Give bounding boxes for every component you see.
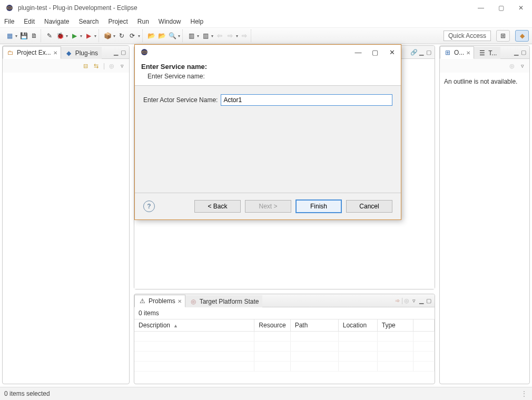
- next-button: Next >: [245, 200, 291, 213]
- help-icon[interactable]: ?: [143, 201, 155, 212]
- service-name-input[interactable]: [221, 94, 392, 106]
- dialog-titlebar[interactable]: — ▢ ✕: [135, 45, 401, 59]
- svg-point-2: [141, 49, 147, 55]
- service-name-label: Enter Actor Service Name:: [143, 96, 218, 104]
- wizard-dialog: — ▢ ✕ Enter Service name: Enter Service …: [134, 44, 401, 220]
- dialog-maximize-icon[interactable]: ▢: [371, 48, 379, 56]
- cancel-button[interactable]: Cancel: [346, 200, 392, 213]
- eclipse-icon: [140, 48, 149, 56]
- dialog-subheading: Enter Service name:: [147, 73, 395, 80]
- dialog-minimize-icon[interactable]: —: [354, 48, 362, 56]
- dialog-banner: Enter Service name: Enter Service name:: [135, 59, 401, 86]
- back-button[interactable]: < Back: [194, 200, 241, 213]
- finish-button[interactable]: Finish: [295, 199, 342, 213]
- dialog-close-icon[interactable]: ✕: [388, 48, 396, 56]
- dialog-heading: Enter Service name:: [141, 63, 395, 71]
